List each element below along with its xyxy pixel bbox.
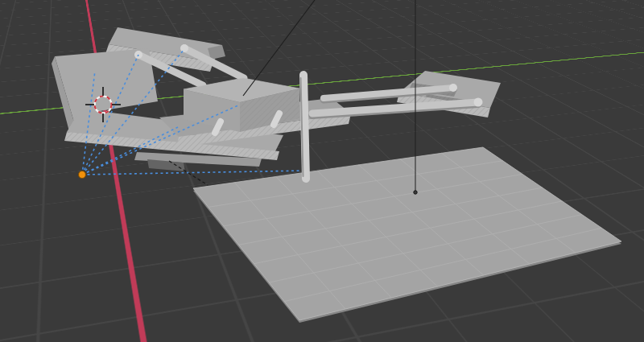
origin-marker[interactable] xyxy=(79,171,86,179)
right-rail-2-tip xyxy=(474,98,483,107)
blender-3d-viewport[interactable] xyxy=(0,0,644,342)
scene-objects-layer xyxy=(0,0,644,342)
build-plate[interactable] xyxy=(193,147,621,323)
relationship-line-6 xyxy=(82,171,305,175)
vertical-pole[interactable] xyxy=(301,75,307,179)
lamp-origin-dot[interactable] xyxy=(414,191,417,194)
parent-dashed-line xyxy=(169,161,208,185)
pole-body[interactable] xyxy=(303,75,306,179)
far-rail-2-tip xyxy=(180,44,188,52)
right-rail-1-tip xyxy=(449,84,457,92)
